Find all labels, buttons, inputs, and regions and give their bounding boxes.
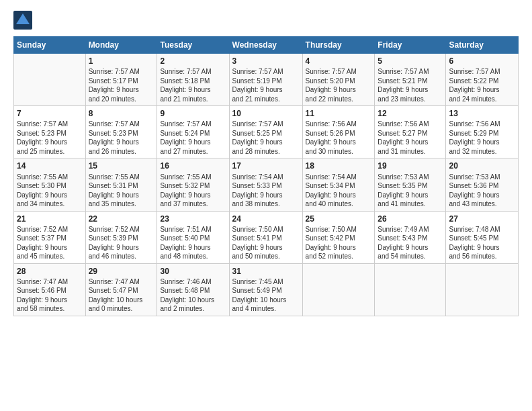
calendar-cell: 20Sunrise: 7:53 AM Sunset: 5:36 PM Dayli… (446, 158, 519, 211)
day-info: Sunrise: 7:56 AM Sunset: 5:26 PM Dayligh… (306, 120, 372, 156)
calendar-cell: 6Sunrise: 7:57 AM Sunset: 5:22 PM Daylig… (446, 54, 519, 106)
day-info: Sunrise: 7:55 AM Sunset: 5:30 PM Dayligh… (17, 173, 83, 209)
day-number: 29 (89, 266, 154, 277)
weekday-header-row: SundayMondayTuesdayWednesdayThursdayFrid… (14, 37, 519, 54)
calendar-cell: 3Sunrise: 7:57 AM Sunset: 5:19 PM Daylig… (229, 54, 302, 106)
day-info: Sunrise: 7:45 AM Sunset: 5:49 PM Dayligh… (232, 277, 300, 314)
day-info: Sunrise: 7:57 AM Sunset: 5:18 PM Dayligh… (160, 67, 226, 103)
calendar-cell: 27Sunrise: 7:48 AM Sunset: 5:45 PM Dayli… (446, 211, 519, 263)
logo-icon (13, 11, 32, 30)
day-info: Sunrise: 7:57 AM Sunset: 5:20 PM Dayligh… (306, 67, 372, 103)
calendar-cell: 4Sunrise: 7:57 AM Sunset: 5:20 PM Daylig… (302, 54, 375, 106)
day-number: 4 (306, 56, 372, 66)
calendar-cell: 31Sunrise: 7:45 AM Sunset: 5:49 PM Dayli… (229, 263, 302, 316)
day-number: 8 (89, 108, 154, 119)
day-info: Sunrise: 7:54 AM Sunset: 5:34 PM Dayligh… (306, 173, 372, 209)
day-number: 27 (449, 214, 515, 224)
weekday-header: Monday (85, 37, 157, 54)
main-container: SundayMondayTuesdayWednesdayThursdayFrid… (0, 0, 532, 323)
weekday-header: Wednesday (229, 37, 302, 54)
day-number: 6 (449, 56, 515, 66)
day-number: 7 (17, 108, 83, 119)
calendar-cell: 21Sunrise: 7:52 AM Sunset: 5:37 PM Dayli… (14, 211, 86, 263)
day-number: 1 (89, 56, 154, 66)
day-number: 19 (378, 161, 443, 171)
day-info: Sunrise: 7:55 AM Sunset: 5:32 PM Dayligh… (160, 173, 226, 209)
calendar-cell: 22Sunrise: 7:52 AM Sunset: 5:39 PM Dayli… (85, 211, 157, 263)
calendar-table: SundayMondayTuesdayWednesdayThursdayFrid… (13, 36, 519, 316)
day-number: 12 (378, 108, 443, 119)
day-number: 23 (160, 214, 226, 224)
day-info: Sunrise: 7:56 AM Sunset: 5:29 PM Dayligh… (449, 120, 515, 156)
day-number: 20 (449, 161, 515, 171)
calendar-cell: 5Sunrise: 7:57 AM Sunset: 5:21 PM Daylig… (375, 54, 446, 106)
day-info: Sunrise: 7:50 AM Sunset: 5:42 PM Dayligh… (306, 225, 372, 261)
day-number: 5 (378, 56, 443, 66)
day-number: 18 (306, 161, 372, 171)
weekday-header: Thursday (302, 37, 375, 54)
calendar-cell: 13Sunrise: 7:56 AM Sunset: 5:29 PM Dayli… (446, 106, 519, 158)
calendar-cell: 30Sunrise: 7:46 AM Sunset: 5:48 PM Dayli… (157, 263, 229, 316)
day-number: 24 (232, 214, 300, 224)
calendar-week-row: 1Sunrise: 7:57 AM Sunset: 5:17 PM Daylig… (14, 54, 519, 106)
calendar-cell: 1Sunrise: 7:57 AM Sunset: 5:17 PM Daylig… (85, 54, 157, 106)
day-number: 13 (449, 108, 515, 119)
day-info: Sunrise: 7:56 AM Sunset: 5:27 PM Dayligh… (378, 120, 443, 156)
day-number: 28 (17, 266, 83, 277)
day-info: Sunrise: 7:57 AM Sunset: 5:25 PM Dayligh… (232, 120, 300, 156)
weekday-header: Saturday (446, 37, 519, 54)
day-info: Sunrise: 7:55 AM Sunset: 5:31 PM Dayligh… (89, 173, 154, 209)
day-info: Sunrise: 7:53 AM Sunset: 5:36 PM Dayligh… (449, 173, 515, 209)
day-info: Sunrise: 7:54 AM Sunset: 5:33 PM Dayligh… (232, 173, 300, 209)
page-header (13, 11, 519, 30)
day-info: Sunrise: 7:52 AM Sunset: 5:37 PM Dayligh… (17, 225, 83, 261)
calendar-cell: 7Sunrise: 7:57 AM Sunset: 5:23 PM Daylig… (14, 106, 86, 158)
calendar-cell (375, 263, 446, 316)
day-number: 15 (89, 161, 154, 171)
calendar-cell: 10Sunrise: 7:57 AM Sunset: 5:25 PM Dayli… (229, 106, 302, 158)
weekday-header: Sunday (14, 37, 86, 54)
day-number: 25 (306, 214, 372, 224)
day-info: Sunrise: 7:57 AM Sunset: 5:17 PM Dayligh… (89, 67, 154, 103)
calendar-cell: 19Sunrise: 7:53 AM Sunset: 5:35 PM Dayli… (375, 158, 446, 211)
calendar-cell: 9Sunrise: 7:57 AM Sunset: 5:24 PM Daylig… (157, 106, 229, 158)
day-number: 11 (306, 108, 372, 119)
calendar-cell: 18Sunrise: 7:54 AM Sunset: 5:34 PM Dayli… (302, 158, 375, 211)
calendar-cell: 29Sunrise: 7:47 AM Sunset: 5:47 PM Dayli… (85, 263, 157, 316)
calendar-cell: 11Sunrise: 7:56 AM Sunset: 5:26 PM Dayli… (302, 106, 375, 158)
calendar-week-row: 21Sunrise: 7:52 AM Sunset: 5:37 PM Dayli… (14, 211, 519, 263)
calendar-cell: 23Sunrise: 7:51 AM Sunset: 5:40 PM Dayli… (157, 211, 229, 263)
day-number: 3 (232, 56, 300, 66)
calendar-cell: 17Sunrise: 7:54 AM Sunset: 5:33 PM Dayli… (229, 158, 302, 211)
day-info: Sunrise: 7:51 AM Sunset: 5:40 PM Dayligh… (160, 225, 226, 261)
day-number: 31 (232, 266, 300, 277)
day-number: 14 (17, 161, 83, 171)
day-number: 9 (160, 108, 226, 119)
day-info: Sunrise: 7:46 AM Sunset: 5:48 PM Dayligh… (160, 277, 226, 314)
logo (13, 11, 35, 30)
weekday-header: Tuesday (157, 37, 229, 54)
day-info: Sunrise: 7:57 AM Sunset: 5:21 PM Dayligh… (378, 67, 443, 103)
day-number: 2 (160, 56, 226, 66)
day-number: 10 (232, 108, 300, 119)
day-info: Sunrise: 7:57 AM Sunset: 5:23 PM Dayligh… (17, 120, 83, 156)
day-info: Sunrise: 7:53 AM Sunset: 5:35 PM Dayligh… (378, 173, 443, 209)
calendar-cell: 16Sunrise: 7:55 AM Sunset: 5:32 PM Dayli… (157, 158, 229, 211)
day-number: 16 (160, 161, 226, 171)
calendar-week-row: 14Sunrise: 7:55 AM Sunset: 5:30 PM Dayli… (14, 158, 519, 211)
calendar-cell (302, 263, 375, 316)
day-info: Sunrise: 7:52 AM Sunset: 5:39 PM Dayligh… (89, 225, 154, 261)
day-info: Sunrise: 7:47 AM Sunset: 5:46 PM Dayligh… (17, 277, 83, 314)
day-number: 30 (160, 266, 226, 277)
day-info: Sunrise: 7:57 AM Sunset: 5:22 PM Dayligh… (449, 67, 515, 103)
day-info: Sunrise: 7:49 AM Sunset: 5:43 PM Dayligh… (378, 225, 443, 261)
day-number: 21 (17, 214, 83, 224)
calendar-cell: 28Sunrise: 7:47 AM Sunset: 5:46 PM Dayli… (14, 263, 86, 316)
calendar-cell: 25Sunrise: 7:50 AM Sunset: 5:42 PM Dayli… (302, 211, 375, 263)
calendar-cell: 2Sunrise: 7:57 AM Sunset: 5:18 PM Daylig… (157, 54, 229, 106)
calendar-cell: 15Sunrise: 7:55 AM Sunset: 5:31 PM Dayli… (85, 158, 157, 211)
day-info: Sunrise: 7:57 AM Sunset: 5:24 PM Dayligh… (160, 120, 226, 156)
day-number: 17 (232, 161, 300, 171)
day-info: Sunrise: 7:47 AM Sunset: 5:47 PM Dayligh… (89, 277, 154, 314)
day-info: Sunrise: 7:50 AM Sunset: 5:41 PM Dayligh… (232, 225, 300, 261)
